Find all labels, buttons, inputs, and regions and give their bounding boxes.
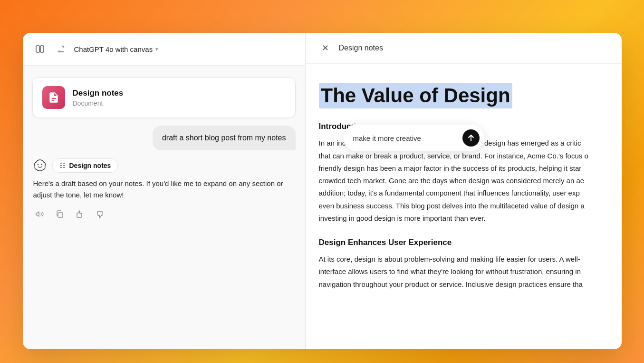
close-button[interactable]: ✕ <box>319 41 332 55</box>
card-title: Design notes <box>73 88 124 98</box>
right-header: ✕ Design notes <box>306 33 622 64</box>
audio-icon <box>36 210 44 218</box>
tag-doc-icon: ☷ <box>59 162 66 169</box>
sidebar-icon <box>35 44 45 54</box>
left-panel: ChatGPT 4o with canvas ▾ Design notes Do… <box>23 33 306 349</box>
copy-icon <box>56 210 64 218</box>
thumbs-up-icon <box>76 210 84 218</box>
action-row <box>32 207 296 221</box>
audio-button[interactable] <box>33 207 47 221</box>
right-panel-title: Design notes <box>339 44 383 52</box>
user-message-text: draft a short blog post from my notes <box>162 134 286 142</box>
gpt-avatar <box>32 158 48 173</box>
inline-edit-popup <box>344 125 484 151</box>
inline-edit-input[interactable] <box>353 134 458 142</box>
edit-icon <box>57 45 65 53</box>
thumbs-up-button[interactable] <box>73 207 87 221</box>
document-icon <box>48 91 60 104</box>
model-name-label: ChatGPT 4o with canvas <box>74 45 153 53</box>
card-subtitle: Document <box>73 99 124 107</box>
thumbs-down-button[interactable] <box>93 207 106 221</box>
assistant-response: ☷ Design notes Here's a draft based on y… <box>32 158 296 221</box>
assistant-text: Here's a draft based on your notes. If y… <box>32 178 296 201</box>
chat-area: Design notes Document draft a short blog… <box>23 66 305 349</box>
design-notes-card[interactable]: Design notes Document <box>32 77 296 118</box>
copy-button[interactable] <box>53 207 67 221</box>
send-icon <box>467 134 475 142</box>
tag-label: Design notes <box>69 162 111 169</box>
card-text: Design notes Document <box>73 88 124 107</box>
svg-rect-4 <box>58 213 63 217</box>
left-header: ChatGPT 4o with canvas ▾ <box>23 33 305 66</box>
right-panel: ✕ Design notes The Value of Design Intro… <box>306 33 622 349</box>
chevron-down-icon: ▾ <box>155 46 158 52</box>
sidebar-toggle-button[interactable] <box>32 41 48 57</box>
svg-point-3 <box>41 164 42 165</box>
svg-rect-1 <box>40 46 44 52</box>
gpt-logo-icon <box>33 159 47 172</box>
model-selector[interactable]: ChatGPT 4o with canvas ▾ <box>74 45 159 53</box>
app-window: ChatGPT 4o with canvas ▾ Design notes Do… <box>23 33 622 349</box>
svg-rect-0 <box>36 46 39 52</box>
document-main-title: The Value of Design <box>319 83 512 108</box>
right-content: The Value of Design Introduction In an i… <box>306 64 622 349</box>
edit-button[interactable] <box>53 41 68 57</box>
document-icon-box <box>42 86 65 109</box>
inline-send-button[interactable] <box>462 129 480 147</box>
assistant-header: ☷ Design notes <box>32 158 296 173</box>
thumbs-down-icon <box>96 210 104 218</box>
section-body-ux: At its core, design is about problem-sol… <box>319 253 608 291</box>
user-message-bubble: draft a short blog post from my notes <box>153 126 296 150</box>
section-heading-ux: Design Enhances User Experience <box>319 238 608 247</box>
design-notes-tag[interactable]: ☷ Design notes <box>52 158 118 173</box>
svg-point-2 <box>37 164 38 165</box>
